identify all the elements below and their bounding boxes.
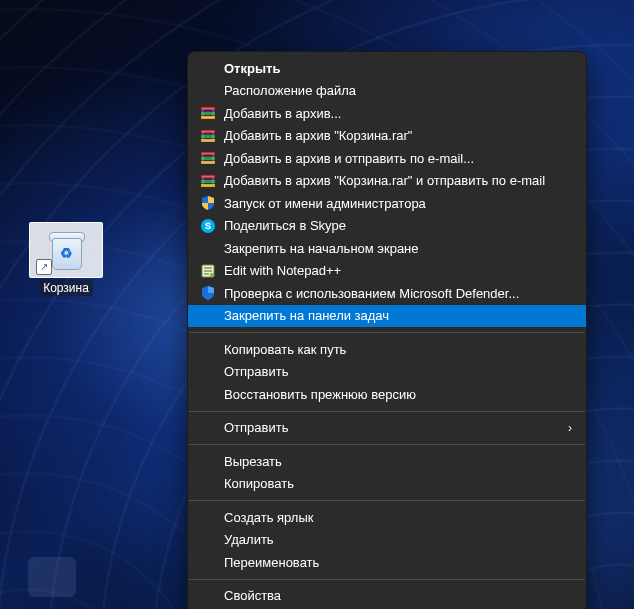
blank-icon [198,588,218,604]
desktop-icon-label: Корзина [39,280,93,296]
menu-item-label: Запуск от имени администратора [224,196,572,211]
menu-separator [189,500,585,501]
svg-point-22 [210,273,214,277]
menu-item-label: Поделиться в Skype [224,218,572,233]
blank-icon [198,60,218,76]
blank-icon [198,386,218,402]
winrar-icon [198,105,218,121]
winrar-icon [200,150,216,166]
blank-icon [198,476,218,492]
menu-item-open[interactable]: Открыть [188,57,586,80]
menu-item-edit-npp[interactable]: Edit with Notepad++ [188,260,586,283]
menu-separator [189,332,585,333]
menu-item-send1[interactable]: Отправить [188,361,586,384]
menu-item-file-location[interactable]: Расположение файла [188,80,586,103]
menu-separator [189,444,585,445]
blank-icon [198,240,218,256]
desktop-icon-recycle-bin[interactable]: ♻ ↗ Корзина [29,222,103,296]
blank-icon [198,341,218,357]
menu-item-run-as-admin[interactable]: Запуск от имени администратора [188,192,586,215]
menu-item-label: Добавить в архив и отправить по e-mail..… [224,151,572,166]
menu-item-label: Копировать [224,476,572,491]
winrar-icon [198,173,218,189]
menu-item-add-archive-rar[interactable]: Добавить в архив "Корзина.rar" [188,125,586,148]
winrar-icon [200,128,216,144]
menu-item-label: Расположение файла [224,83,572,98]
menu-item-label: Вырезать [224,454,572,469]
menu-item-add-archive[interactable]: Добавить в архив... [188,102,586,125]
menu-item-delete[interactable]: Удалить [188,529,586,552]
menu-item-label: Открыть [224,61,572,76]
menu-item-rename[interactable]: Переименовать [188,551,586,574]
winrar-icon [198,128,218,144]
notepadpp-icon [200,263,216,279]
menu-item-label: Добавить в архив "Корзина.rar" [224,128,572,143]
menu-separator [189,411,585,412]
blank-icon [198,83,218,99]
menu-item-restore-version[interactable]: Восстановить прежнюю версию [188,383,586,406]
menu-item-label: Добавить в архив... [224,106,572,121]
winrar-icon [198,150,218,166]
menu-item-create-shortcut[interactable]: Создать ярлык [188,506,586,529]
blank-icon [198,509,218,525]
menu-item-cut[interactable]: Вырезать [188,450,586,473]
menu-item-pin-start[interactable]: Закрепить на начальном экране [188,237,586,260]
corner-watermark [28,557,76,597]
menu-item-label: Переименовать [224,555,572,570]
menu-item-share-skype[interactable]: Поделиться в Skype [188,215,586,238]
blank-icon [198,453,218,469]
menu-item-defender-scan[interactable]: Проверка с использованием Microsoft Defe… [188,282,586,305]
menu-item-label: Копировать как путь [224,342,572,357]
winrar-icon [200,105,216,121]
recycle-bin-icon: ♻ ↗ [29,222,103,278]
context-menu: ОткрытьРасположение файла Добавить в арх… [187,51,587,609]
menu-item-label: Edit with Notepad++ [224,263,572,278]
menu-item-properties[interactable]: Свойства [188,585,586,608]
defender-shield-icon [200,285,216,301]
menu-item-label: Свойства [224,588,572,603]
winrar-icon [200,173,216,189]
skype-icon [198,218,218,234]
blank-icon [198,554,218,570]
menu-item-copy-as-path[interactable]: Копировать как путь [188,338,586,361]
blank-icon [198,364,218,380]
menu-item-copy[interactable]: Копировать [188,473,586,496]
menu-item-label: Добавить в архив "Корзина.rar" и отправи… [224,173,572,188]
menu-item-label: Закрепить на начальном экране [224,241,572,256]
defender-icon [198,285,218,301]
blank-icon [198,308,218,324]
npp-icon [198,263,218,279]
menu-item-label: Проверка с использованием Microsoft Defe… [224,286,572,301]
blank-icon [198,420,218,436]
menu-item-archive-email[interactable]: Добавить в архив и отправить по e-mail..… [188,147,586,170]
shield-yb-icon [198,195,218,211]
menu-item-label: Удалить [224,532,572,547]
menu-separator [189,579,585,580]
menu-item-pin-taskbar[interactable]: Закрепить на панели задач [188,305,586,328]
skype-icon [200,218,216,234]
admin-shield-icon [200,195,216,211]
shortcut-overlay-icon: ↗ [36,259,52,275]
menu-item-label: Закрепить на панели задач [224,308,572,323]
menu-item-label: Отправить [224,364,572,379]
blank-icon [198,532,218,548]
menu-item-label: Восстановить прежнюю версию [224,387,572,402]
menu-item-send-to[interactable]: Отправить› [188,417,586,440]
menu-item-label: Отправить [224,420,560,435]
menu-item-archive-rar-email[interactable]: Добавить в архив "Корзина.rar" и отправи… [188,170,586,193]
submenu-arrow-icon: › [560,421,572,435]
menu-item-label: Создать ярлык [224,510,572,525]
